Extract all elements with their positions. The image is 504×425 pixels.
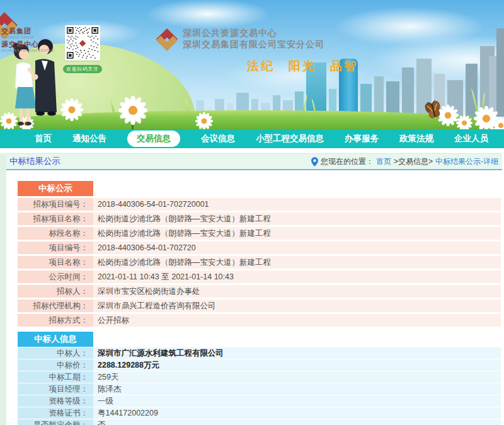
row-label: 标段名称： (18, 227, 93, 240)
row-value: 深圳市广汇源水利建筑工程有限公司 (93, 347, 501, 359)
nav-item-services[interactable]: 办事服务 (345, 133, 379, 144)
nav-item-notices[interactable]: 通知公告 (72, 133, 106, 144)
nav-item-trade-info[interactable]: 交易信息 (127, 131, 180, 147)
row-label: 项目编号： (18, 242, 93, 254)
row-label: 公示时间： (18, 271, 93, 283)
breadcrumb-middle: >交易信息> (394, 156, 433, 167)
building (496, 28, 504, 117)
row-value: 一级 (93, 395, 501, 407)
logo-text-cn1: 交易集团 (1, 28, 54, 35)
location-pin-icon (311, 157, 318, 166)
table-row: 是否暂定金额： 否 (18, 419, 501, 425)
banner: 交易集团 XCHANGE GROUP 源交易中心 SOURCES TRADING… (0, 0, 504, 129)
row-value: 259天 (93, 371, 501, 383)
nav-item-policies[interactable]: 政策法规 (399, 133, 433, 144)
nav-item-small-project-trade-info[interactable]: 小型工程交易信息 (256, 133, 324, 144)
table-row: 招标项目名称： 松岗街道沙浦北路（朗碧路—宝安大道）新建工程 (18, 212, 501, 225)
row-value: 公开招标 (93, 314, 501, 327)
org-logo-icon (155, 28, 179, 52)
row-value: 陈泽杰 (93, 383, 501, 395)
main-content: 中标公示 招标项目编号： 2018-440306-54-01-702720001… (6, 170, 504, 425)
daisy-icon (456, 115, 472, 129)
row-label: 中标工期： (18, 371, 93, 383)
breadcrumb-prefix: 您现在的位置： (321, 156, 374, 167)
row-label: 招标代理机构： (18, 300, 93, 312)
table-row: 项目编号： 2018-440306-54-01-702720 (18, 242, 501, 254)
row-value: 深圳市宝安区松岗街道办事处 (93, 285, 501, 298)
row-value: 2018-440306-54-01-702720001 (93, 198, 501, 211)
breadcrumb: 您现在的位置：首页>交易信息>中标结果公示-详细 (311, 156, 498, 167)
trading-group-logo-text: 交易集团 XCHANGE GROUP 源交易中心 SOURCES TRADING… (1, 28, 54, 54)
table-row: 项目名称： 松岗街道沙浦北路（朗碧路—宝安大道）新建工程 (18, 256, 501, 269)
row-label: 资格等级： (18, 395, 93, 407)
daisy-icon (60, 98, 83, 121)
daisy-icon (118, 96, 147, 125)
motto-text: 法纪 阳光 品智 (247, 58, 358, 74)
row-value: 松岗街道沙浦北路（朗碧路—宝安大道）新建工程 (93, 212, 501, 225)
winner-info-section-title: 中标人信息 (18, 332, 93, 347)
daisy-icon (195, 112, 213, 129)
row-label: 是否暂定金额： (18, 419, 93, 425)
nav-item-meeting-info[interactable]: 会议信息 (201, 133, 235, 144)
left-margin-strip (0, 153, 6, 425)
table-row: 中标价： 2288.129288万元 (18, 359, 501, 371)
logo-text-en2: SOURCES TRADING CENTER (1, 49, 54, 52)
daisy-icon (493, 117, 504, 129)
row-label: 招标人： (18, 285, 93, 298)
row-label: 中标人： (18, 347, 93, 359)
nav-item-home[interactable]: 首页 (35, 133, 52, 144)
table-row: 公示时间： 2021-01-11 10:43 至 2021-01-14 10:4… (18, 271, 501, 283)
org-name-line1: 深圳公共资源交易中心 (183, 28, 277, 39)
table-row: 招标项目编号： 2018-440306-54-01-702720001 (18, 198, 501, 211)
row-value: 深圳市鼎兴工程造价咨询有限公司 (93, 300, 501, 312)
nav-item-enterprise-staff[interactable]: 企业人员 (454, 133, 488, 144)
row-label: 项目经理： (18, 383, 93, 395)
row-label: 招标项目编号： (18, 198, 93, 211)
row-value: 2288.129288万元 (93, 359, 501, 371)
table-row: 中标人： 深圳市广汇源水利建筑工程有限公司 (18, 347, 501, 359)
row-label: 招标项目名称： (18, 212, 93, 225)
row-value: 2021-01-11 10:43 至 2021-01-14 10:43 (93, 271, 501, 283)
table-row: 标段名称： 松岗街道沙浦北路（朗碧路—宝安大道）新建工程 (18, 227, 501, 240)
row-label: 资格证书： (18, 407, 93, 419)
building (386, 81, 399, 117)
qr-caption-badge: 欢迎扫码关注 (63, 65, 102, 73)
main-nav: 首页 通知公告 交易信息 会议信息 小型工程交易信息 办事服务 政策法规 企业人… (0, 129, 504, 148)
table-row: 招标人： 深圳市宝安区松岗街道办事处 (18, 285, 501, 298)
building (374, 76, 384, 117)
row-label: 招标方式： (18, 314, 93, 327)
award-notice-section-title: 中标公示 (18, 181, 93, 196)
logo-text-en1: XCHANGE GROUP (1, 36, 54, 39)
breadcrumb-link-home[interactable]: 首页 (376, 156, 391, 167)
row-value: 松岗街道沙浦北路（朗碧路—宝安大道）新建工程 (93, 256, 501, 269)
table-row: 招标代理机构： 深圳市鼎兴工程造价咨询有限公司 (18, 300, 501, 312)
row-label: 中标价： (18, 359, 93, 371)
row-value: 粤144172002209 (93, 407, 501, 419)
page-title: 中标结果公示 (9, 156, 60, 167)
logo-text-cn2: 源交易中心 (1, 41, 54, 48)
table-row: 招标方式： 公开招标 (18, 314, 501, 327)
table-row: 项目经理： 陈泽杰 (18, 383, 501, 395)
table-row: 资格证书： 粤144172002209 (18, 407, 501, 419)
org-name-line2: 深圳交易集团有限公司宝安分公司 (183, 39, 324, 50)
building (402, 67, 414, 117)
winner-info-section: 中标人信息 中标人： 深圳市广汇源水利建筑工程有限公司 中标价： 2288.12… (18, 332, 501, 425)
table-row: 资格等级： 一级 (18, 395, 501, 407)
table-row: 中标工期： 259天 (18, 371, 501, 383)
award-notice-section: 中标公示 招标项目编号： 2018-440306-54-01-702720001… (18, 181, 501, 327)
breadcrumb-current[interactable]: 中标结果公示-详细 (435, 156, 498, 167)
row-value: 2018-440306-54-01-702720 (93, 242, 501, 254)
row-value: 否 (93, 419, 501, 425)
row-label: 项目名称： (18, 256, 93, 269)
qr-code (65, 25, 100, 61)
breadcrumb-bar: 中标结果公示 您现在的位置：首页>交易信息>中标结果公示-详细 (6, 153, 502, 170)
row-value: 松岗街道沙浦北路（朗碧路—宝安大道）新建工程 (93, 227, 501, 240)
